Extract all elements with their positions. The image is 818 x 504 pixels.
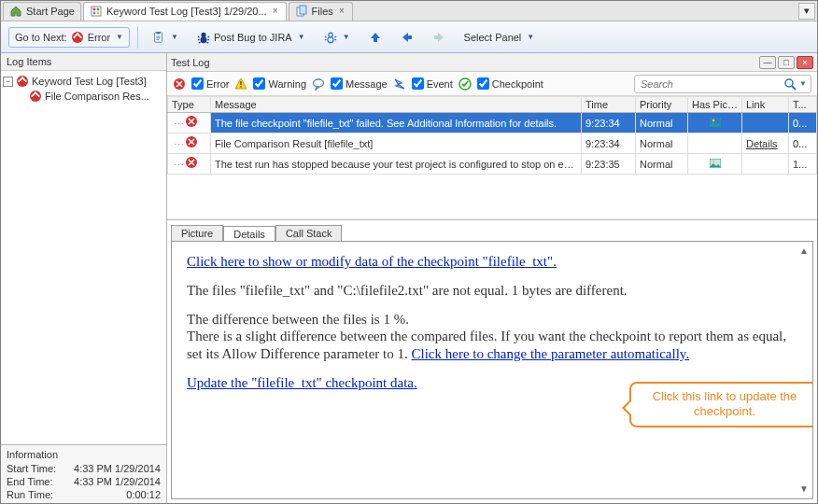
col-link[interactable]: Link xyxy=(742,97,789,113)
right-panel: Test Log — □ × Error Warning Message Eve… xyxy=(167,53,817,503)
cell-link xyxy=(742,113,789,133)
search-input[interactable] xyxy=(639,77,783,91)
nav-fwd-button[interactable] xyxy=(426,27,452,48)
svg-point-14 xyxy=(328,33,331,36)
search-icon[interactable] xyxy=(783,77,797,91)
info-value: 0:00:12 xyxy=(126,489,161,500)
home-icon xyxy=(9,5,22,18)
log-items-tree: − Keyword Test Log [Test3] File Comparis… xyxy=(1,71,166,444)
info-value: 4:33 PM 1/29/2014 xyxy=(74,463,161,474)
info-label: Start Time: xyxy=(7,463,56,474)
tab-label: Start Page xyxy=(26,6,75,17)
svg-point-2 xyxy=(97,8,100,11)
tree-root-label: Keyword Test Log [Test3] xyxy=(32,76,147,87)
close-icon[interactable]: × xyxy=(337,7,346,16)
error-icon xyxy=(185,115,198,128)
info-row: Run Time: 0:00:12 xyxy=(1,488,166,501)
info-value: 4:33 PM 1/29/2014 xyxy=(74,476,161,487)
nav-up-button[interactable] xyxy=(362,27,388,48)
svg-point-32 xyxy=(712,119,714,121)
filter-label: Error xyxy=(206,78,229,90)
error-icon xyxy=(185,156,198,169)
scroll-up-icon[interactable]: ▲ xyxy=(799,245,809,258)
filter-event-checkbox[interactable] xyxy=(412,77,424,90)
table-row[interactable]: ⋯File Comparison Result [filefile_txt]9:… xyxy=(168,133,817,154)
cell-has-picture xyxy=(688,154,742,175)
link-change-auto[interactable]: Click here to change the parameter autom… xyxy=(411,346,689,361)
filter-label: Event xyxy=(427,78,453,90)
filter-warning-checkbox[interactable] xyxy=(253,77,265,90)
files-icon xyxy=(295,5,308,18)
filter-label: Checkpoint xyxy=(492,78,543,90)
svg-rect-0 xyxy=(92,7,101,16)
tab-label: Keyword Test Log [Test3] 1/29/20... xyxy=(106,6,267,17)
select-panel-button[interactable]: Select Panel ▼ xyxy=(458,28,542,47)
col-type[interactable]: Type xyxy=(168,97,211,113)
post-bug-jira-button[interactable]: Post Bug to JIRA ▼ xyxy=(190,27,312,48)
filter-message-checkbox[interactable] xyxy=(331,77,343,90)
log-table: Type Message Time Priority Has Pict... L… xyxy=(167,96,817,175)
cell-priority: Normal xyxy=(636,133,688,154)
checkpoint-icon xyxy=(458,77,472,91)
clipboard-button[interactable]: ▼ xyxy=(146,27,185,48)
caret-down-icon[interactable]: ▼ xyxy=(799,79,807,88)
cell-message: The test run has stopped because your te… xyxy=(211,154,582,175)
detail-tab-details[interactable]: Details xyxy=(223,226,275,242)
maximize-button[interactable]: □ xyxy=(778,56,795,69)
col-priority[interactable]: Priority xyxy=(636,97,688,113)
table-row[interactable]: ⋯The test run has stopped because your t… xyxy=(168,154,817,175)
svg-point-25 xyxy=(314,79,324,87)
filter-warning[interactable]: Warning xyxy=(253,77,306,90)
scroll-down-icon[interactable]: ▼ xyxy=(799,483,809,496)
bug-outline-icon xyxy=(324,31,337,44)
select-panel-label: Select Panel xyxy=(464,32,522,43)
tree-root[interactable]: − Keyword Test Log [Test3] xyxy=(3,74,164,89)
main-split: Log Items − Keyword Test Log [Test3] Fil… xyxy=(1,53,817,503)
detail-tab-picture[interactable]: Picture xyxy=(171,225,223,241)
bug-options-button[interactable]: ▼ xyxy=(317,27,357,48)
col-t[interactable]: T... xyxy=(789,97,817,113)
cell-link[interactable]: Details xyxy=(742,133,789,154)
tree-child[interactable]: File Comparison Res... xyxy=(3,89,164,104)
filter-event[interactable]: Event xyxy=(412,77,453,90)
close-button[interactable]: × xyxy=(797,56,813,69)
filter-checkpoint[interactable]: Checkpoint xyxy=(477,77,543,90)
search-box[interactable]: ▼ xyxy=(634,75,811,93)
bug-icon xyxy=(197,31,210,44)
toolbar: Go to Next: Error ▼ ▼ Post Bug to JIRA ▼… xyxy=(1,21,817,53)
filter-message[interactable]: Message xyxy=(331,77,388,90)
info-row: Start Time: 4:33 PM 1/29/2014 xyxy=(1,462,166,475)
link-update-checkpoint[interactable]: Update the "filefile_txt" checkpoint dat… xyxy=(187,375,417,390)
filter-error-checkbox[interactable] xyxy=(191,77,204,90)
go-to-next-button[interactable]: Go to Next: Error ▼ xyxy=(8,27,130,48)
minimize-button[interactable]: — xyxy=(759,56,776,69)
link-show-checkpoint[interactable]: Click here to show or modify data of the… xyxy=(187,254,557,269)
col-message[interactable]: Message xyxy=(211,97,582,113)
cell-time: 9:23:34 xyxy=(582,113,636,133)
error-icon xyxy=(71,31,84,44)
tab-overflow-button[interactable]: ▾ xyxy=(798,3,815,20)
detail-tab-callstack[interactable]: Call Stack xyxy=(275,225,343,241)
filter-error[interactable]: Error xyxy=(191,77,229,90)
log-items-title: Log Items xyxy=(1,53,166,71)
table-row[interactable]: ⋯The file checkpoint "filefile_txt" fail… xyxy=(168,113,817,133)
nav-back-button[interactable] xyxy=(394,27,420,48)
testlog-titlebar: Test Log — □ × xyxy=(167,53,817,72)
testlog-title: Test Log xyxy=(171,57,210,68)
collapse-icon[interactable]: − xyxy=(3,77,13,87)
picture-icon xyxy=(710,159,721,170)
close-icon[interactable]: × xyxy=(271,7,280,16)
left-panel: Log Items − Keyword Test Log [Test3] Fil… xyxy=(1,53,167,503)
arrow-left-icon xyxy=(401,31,414,44)
information-title: Information xyxy=(1,447,166,462)
filter-checkpoint-checkbox[interactable] xyxy=(477,77,489,90)
col-has-picture[interactable]: Has Pict... xyxy=(688,97,742,113)
error-label: Error xyxy=(88,32,110,43)
detail-text-files: The files "filefile_txt" and "C:\filefil… xyxy=(187,282,797,300)
tab-files[interactable]: Files × xyxy=(289,2,353,21)
col-time[interactable]: Time xyxy=(582,97,636,113)
tab-start-page[interactable]: Start Page xyxy=(3,2,81,21)
go-to-next-label: Go to Next: xyxy=(15,32,67,43)
caret-down-icon: ▼ xyxy=(116,33,123,41)
tab-keyword-test-log[interactable]: Keyword Test Log [Test3] 1/29/20... × xyxy=(83,2,287,21)
